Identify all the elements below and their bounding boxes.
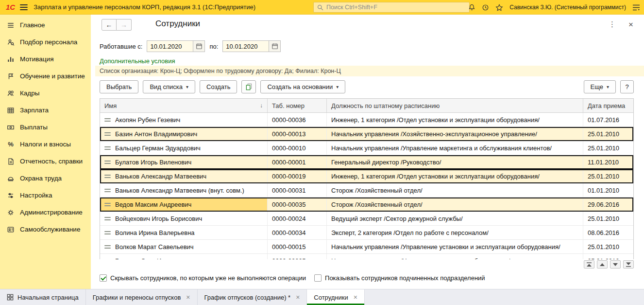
date-from-input[interactable] <box>147 40 193 52</box>
sidebar-item-labor-protection[interactable]: Охрана труда <box>0 170 91 187</box>
create-by-copy-button[interactable] <box>241 80 256 93</box>
table-row[interactable]: Бальцер Герман Эдуардович 0000-00010 Нач… <box>100 141 633 155</box>
cell-employee-name[interactable]: Волков Марат Савельевич <box>100 240 268 253</box>
cell-employee-name[interactable]: Булатов Игорь Виленович <box>100 155 268 169</box>
cell-hire-date[interactable]: 25.01.2010 <box>583 254 633 259</box>
sidebar-item-payments[interactable]: Выплаты <box>0 119 91 136</box>
cell-employee-name[interactable]: Войцехович Игорь Борисович <box>100 212 268 225</box>
cell-employee-name[interactable]: Акопян Рубен Гезевич <box>100 113 268 126</box>
tab-vacation-schedule-new[interactable]: График отпусков (создание) * × <box>198 289 307 305</box>
table-row[interactable]: Ведов Максим Андреевич 0000-00035 Сторож… <box>100 197 633 212</box>
cell-tab-number[interactable]: 0000-00001 <box>268 155 327 169</box>
table-row[interactable]: Гордеев Олег Иванович 0000-00005 Начальн… <box>100 254 633 259</box>
cell-tab-number[interactable]: 0000-00024 <box>268 212 327 225</box>
calendar-icon[interactable] <box>269 40 281 52</box>
sidebar-item-self-service[interactable]: Самообслуживание <box>0 221 91 238</box>
main-menu-icon[interactable] <box>20 4 28 11</box>
column-header-name[interactable]: Имя ↓ <box>100 99 268 112</box>
tab-close-icon[interactable]: × <box>186 293 190 301</box>
kebab-menu-icon[interactable]: ⋮ <box>609 20 616 29</box>
close-form-icon[interactable]: × <box>628 20 633 29</box>
scroll-down-button[interactable] <box>610 260 621 269</box>
cell-position[interactable]: Сторож /Хозяйственный отдел/ <box>327 197 583 211</box>
tab-close-icon[interactable]: × <box>296 293 300 301</box>
cell-tab-number[interactable]: 0000-00036 <box>268 113 327 126</box>
cell-employee-name[interactable]: Гордеев Олег Иванович <box>100 254 268 259</box>
sidebar-item-motivation[interactable]: Мотивация <box>0 51 91 68</box>
cell-tab-number[interactable]: 0000-00013 <box>268 127 327 141</box>
search-input[interactable] <box>326 4 466 11</box>
sidebar-item-taxes[interactable]: % Налоги и взносы <box>0 136 91 153</box>
sidebar-item-personnel[interactable]: Кадры <box>0 85 91 102</box>
create-based-on-button[interactable]: Создать на основании ▾ <box>260 80 345 93</box>
cell-position[interactable]: Эксперт, 2 категория /Отдел по работе с … <box>327 226 583 239</box>
additional-conditions-link[interactable]: Дополнительные условия <box>100 57 175 65</box>
column-header-tab-number[interactable]: Таб. номер <box>268 99 327 112</box>
table-row[interactable]: Ваньков Александр Матвеевич 0000-00019 И… <box>100 169 633 183</box>
cell-hire-date[interactable]: 25.01.2010 <box>583 141 633 155</box>
column-header-position[interactable]: Должность по штатному расписанию <box>327 99 583 112</box>
tab-home[interactable]: Начальная страница <box>0 289 86 305</box>
table-row[interactable]: Булатов Игорь Виленович 0000-00001 Генер… <box>100 155 633 169</box>
select-button[interactable]: Выбрать <box>100 80 138 93</box>
footer-checkbox[interactable] <box>314 274 322 282</box>
cell-employee-name[interactable]: Базин Антон Владимирович <box>100 127 268 141</box>
cell-tab-number[interactable]: 0000-00015 <box>268 240 327 253</box>
cell-employee-name[interactable]: Волина Ирина Валерьевна <box>100 226 268 239</box>
cell-hire-date[interactable]: 25.01.2010 <box>583 169 633 183</box>
sidebar-item-training[interactable]: Обучение и развитие <box>0 68 91 85</box>
history-icon[interactable] <box>482 4 489 11</box>
cell-hire-date[interactable]: 01.07.2016 <box>583 113 633 126</box>
cell-position[interactable]: Генеральный директор /Руководство/ <box>327 155 583 169</box>
tab-vacation-schedules[interactable]: Графики и переносы отпусков × <box>86 289 198 305</box>
cell-hire-date[interactable]: 25.01.2010 <box>583 240 633 253</box>
table-row[interactable]: Ваньков Александр Матвеевич (внут. совм.… <box>100 183 633 197</box>
tab-close-icon[interactable]: × <box>354 293 357 301</box>
cell-hire-date[interactable]: 29.06.2016 <box>583 197 633 211</box>
cell-employee-name[interactable]: Бальцер Герман Эдуардович <box>100 141 268 155</box>
scroll-to-top-button[interactable] <box>584 260 594 269</box>
forward-button[interactable]: → <box>117 19 132 31</box>
cell-position[interactable]: Начальник управления /Хозяйственно-экспл… <box>327 127 583 141</box>
sidebar-item-administration[interactable]: Администрирование <box>0 204 91 221</box>
footer-checkbox[interactable] <box>100 274 107 282</box>
cell-hire-date[interactable]: 25.01.2010 <box>583 212 633 225</box>
cell-position[interactable]: Сторож /Хозяйственный отдел/ <box>327 183 583 197</box>
cell-hire-date[interactable]: 25.01.2010 <box>583 127 633 141</box>
cell-position[interactable]: Инженер, 1 категория /Отдел установки и … <box>327 169 583 183</box>
sidebar-item-recruitment[interactable]: Подбор персонала <box>0 34 91 51</box>
cell-employee-name[interactable]: Ваньков Александр Матвеевич (внут. совм.… <box>100 183 268 197</box>
cell-position[interactable]: Начальник управления /Управление правово… <box>327 254 583 259</box>
table-row[interactable]: Акопян Рубен Гезевич 0000-00036 Инженер,… <box>100 113 633 127</box>
cell-position[interactable]: Ведущий эксперт /Сектор дежурной службы/ <box>327 212 583 225</box>
more-button[interactable]: Еще ▾ <box>584 80 616 93</box>
favorites-star-icon[interactable] <box>495 4 503 11</box>
table-row[interactable]: Войцехович Игорь Борисович 0000-00024 Ве… <box>100 212 633 226</box>
sidebar-item-reports[interactable]: Отчетность, справки <box>0 153 91 170</box>
tab-employees[interactable]: Сотрудники × <box>307 289 365 305</box>
cell-tab-number[interactable]: 0000-00034 <box>268 226 327 239</box>
table-row[interactable]: Волков Марат Савельевич 0000-00015 Начал… <box>100 240 633 254</box>
column-header-hire-date[interactable]: Дата приема <box>583 99 633 112</box>
create-button[interactable]: Создать <box>200 80 237 93</box>
cell-hire-date[interactable]: 11.01.2010 <box>583 155 633 169</box>
cell-position[interactable]: Начальник управления /Управление установ… <box>327 240 583 253</box>
cell-tab-number[interactable]: 0000-00005 <box>268 254 327 259</box>
cell-employee-name[interactable]: Ведов Максим Андреевич <box>100 197 268 211</box>
date-to-input[interactable] <box>222 40 269 52</box>
calendar-icon[interactable] <box>193 40 205 52</box>
table-row[interactable]: Базин Антон Владимирович 0000-00013 Нача… <box>100 127 633 141</box>
current-user[interactable]: Савинская З.Ю. (Системный программист) <box>509 4 626 11</box>
cell-hire-date[interactable]: 08.06.2016 <box>583 226 633 239</box>
cell-employee-name[interactable]: Ваньков Александр Матвеевич <box>100 169 268 183</box>
back-button[interactable]: ← <box>102 19 117 31</box>
cell-tab-number[interactable]: 0000-00031 <box>268 183 327 197</box>
sidebar-item-main[interactable]: Главное <box>0 17 91 34</box>
table-row[interactable]: Волина Ирина Валерьевна 0000-00034 Экспе… <box>100 226 633 240</box>
scroll-to-bottom-button[interactable] <box>623 260 634 269</box>
scroll-up-button[interactable] <box>597 260 608 269</box>
sidebar-item-salary[interactable]: Зарплата <box>0 102 91 119</box>
view-list-button[interactable]: Вид списка ▾ <box>143 80 195 93</box>
open-windows-icon[interactable] <box>632 4 640 11</box>
cell-hire-date[interactable]: 01.01.2010 <box>583 183 633 197</box>
